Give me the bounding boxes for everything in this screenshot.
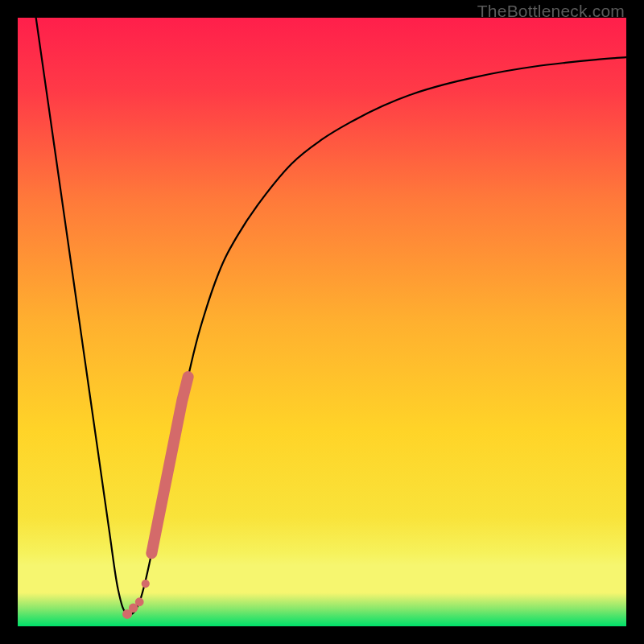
highlight-dot	[135, 597, 144, 606]
chart-frame	[18, 18, 626, 626]
chart-svg	[18, 18, 626, 626]
highlight-dot	[148, 549, 156, 557]
highlight-dot	[142, 580, 150, 588]
watermark-label: TheBottleneck.com	[477, 2, 625, 21]
